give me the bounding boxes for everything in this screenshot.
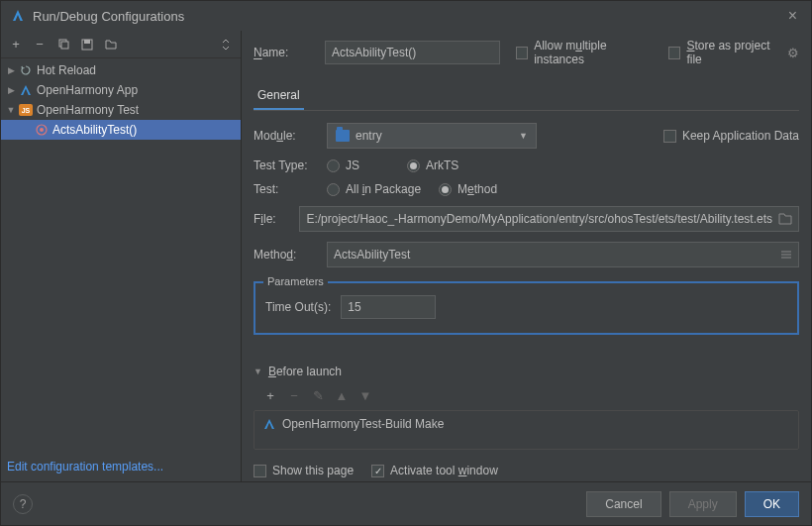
show-this-page-label: Show this page (272, 464, 354, 477)
svg-rect-1 (61, 42, 68, 49)
before-launch-label: Before launch (268, 365, 342, 378)
keep-app-data-label: Keep Application Data (682, 129, 799, 143)
tree-item-openharmony-test[interactable]: ▼ JS OpenHarmony Test (1, 100, 241, 120)
svg-point-5 (40, 128, 44, 132)
store-as-project-checkbox[interactable]: Store as project file (668, 39, 779, 66)
save-config-icon[interactable] (78, 36, 96, 53)
method-label: Method: (254, 248, 319, 262)
js-test-icon: JS (19, 104, 33, 116)
titlebar: Run/Debug Configurations × (1, 1, 811, 31)
svg-rect-3 (84, 40, 90, 44)
tab-general[interactable]: General (254, 84, 304, 110)
chevron-down-icon: ▼ (519, 131, 528, 141)
parameters-group: Parameters Time Out(s): (254, 281, 799, 335)
timeout-label: Time Out(s): (265, 300, 331, 314)
test-label: Test: (254, 182, 319, 196)
sidebar-toolbar: + − (1, 31, 241, 58)
tree-label: ActsAbilityTest() (51, 123, 137, 137)
test-type-arkts-radio[interactable]: ArkTS (407, 158, 458, 172)
reload-icon (19, 63, 33, 77)
module-value: entry (355, 129, 382, 143)
module-label: Module: (254, 129, 319, 143)
add-task-icon[interactable]: + (261, 386, 279, 404)
before-launch-list: OpenHarmonyTest-Build Make (254, 410, 799, 450)
tree-item-openharmony-app[interactable]: ▶ OpenHarmony App (1, 80, 241, 100)
radio-label: JS (346, 158, 359, 172)
name-input[interactable] (325, 41, 500, 64)
file-label: File: (254, 212, 291, 226)
edit-task-icon[interactable]: ✎ (309, 386, 327, 404)
test-type-js-radio[interactable]: JS (327, 158, 359, 172)
apply-button[interactable]: Apply (669, 491, 737, 517)
add-config-icon[interactable]: + (7, 36, 25, 53)
remove-config-icon[interactable]: − (31, 36, 49, 53)
tabs: General (254, 84, 799, 111)
browse-folder-icon[interactable] (778, 213, 792, 225)
before-launch-toolbar: + − ✎ ▲ ▼ (254, 384, 799, 410)
name-label: Name: (254, 46, 317, 59)
radio-label: Method (457, 182, 497, 196)
chevron-right-icon: ▶ (5, 65, 17, 75)
parameters-legend: Parameters (263, 275, 328, 287)
timeout-input[interactable] (341, 295, 436, 319)
move-down-icon[interactable]: ▼ (356, 386, 374, 404)
app-logo-icon (11, 9, 25, 23)
tree-label: OpenHarmony Test (35, 103, 139, 117)
keep-app-data-checkbox[interactable]: Keep Application Data (663, 129, 799, 143)
test-method-radio[interactable]: Method (439, 182, 497, 196)
dialog-footer: ? Cancel Apply OK (1, 481, 811, 525)
list-icon[interactable] (780, 249, 792, 261)
folder-icon (336, 130, 350, 142)
window-title: Run/Debug Configurations (33, 9, 184, 24)
before-launch-item-label: OpenHarmonyTest-Build Make (282, 417, 444, 431)
build-make-icon (262, 417, 276, 431)
app-a-icon (19, 83, 33, 97)
allow-multiple-label: Allow multiple instances (534, 39, 649, 66)
allow-multiple-checkbox[interactable]: Allow multiple instances (516, 39, 649, 66)
close-icon[interactable]: × (784, 7, 801, 25)
tree-item-hot-reload[interactable]: ▶ Hot Reload (1, 60, 241, 80)
method-value: ActsAbilityTest (334, 248, 780, 262)
tree-label: OpenHarmony App (35, 83, 138, 97)
expand-all-icon[interactable] (217, 36, 235, 53)
ok-button[interactable]: OK (745, 491, 799, 517)
chevron-right-icon: ▶ (5, 85, 17, 95)
method-input[interactable]: ActsAbilityTest (327, 242, 799, 267)
tree-item-actsabilitytest[interactable]: ActsAbilityTest() (1, 120, 241, 140)
run-debug-config-window: Run/Debug Configurations × + − (0, 0, 812, 526)
before-launch-header[interactable]: ▼ Before launch (254, 365, 799, 378)
edit-templates-link[interactable]: Edit configuration templates... (7, 460, 163, 473)
config-form: Name: Allow multiple instances Store as … (242, 31, 811, 481)
radio-label: ArkTS (426, 158, 458, 172)
chevron-down-icon: ▼ (5, 105, 17, 115)
cancel-button[interactable]: Cancel (586, 491, 660, 517)
test-all-radio[interactable]: All in Package (327, 182, 421, 196)
activate-tool-window-label: Activate tool window (390, 464, 498, 477)
file-path-value: E:/project/Haoc_-HarmonyDemo/MyApplicati… (306, 212, 772, 226)
sidebar: + − ▶ (1, 31, 242, 481)
chevron-down-icon: ▼ (254, 367, 262, 376)
file-input[interactable]: E:/project/Haoc_-HarmonyDemo/MyApplicati… (299, 206, 799, 232)
folder-config-icon[interactable] (102, 36, 120, 53)
activate-tool-window-checkbox[interactable]: ✓ Activate tool window (371, 464, 498, 477)
help-icon[interactable]: ? (13, 494, 33, 514)
store-as-project-label: Store as project file (686, 39, 779, 66)
gear-icon[interactable]: ⚙ (787, 46, 799, 60)
test-run-icon (35, 123, 49, 137)
before-launch-item[interactable]: OpenHarmonyTest-Build Make (262, 417, 790, 431)
copy-config-icon[interactable] (54, 36, 72, 53)
config-tree: ▶ Hot Reload ▶ OpenHarmony App ▼ JS (1, 58, 241, 452)
remove-task-icon[interactable]: − (285, 386, 303, 404)
tree-label: Hot Reload (35, 63, 96, 77)
test-type-label: Test Type: (254, 158, 319, 172)
module-select[interactable]: entry ▼ (327, 123, 537, 149)
show-this-page-checkbox[interactable]: Show this page (254, 464, 354, 477)
move-up-icon[interactable]: ▲ (333, 386, 351, 404)
radio-label: All in Package (346, 182, 421, 196)
